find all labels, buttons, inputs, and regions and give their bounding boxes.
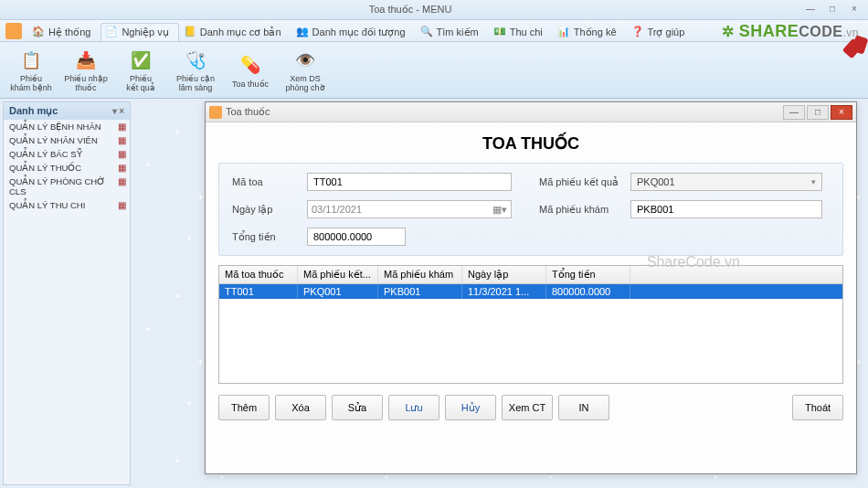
phieu-nhap-thuoc-button[interactable]: 📥Phiếu nhậpthuốc (60, 45, 111, 95)
input-ngaylap[interactable]: 03/11/2021▦▾ (307, 200, 512, 218)
xem-ds-phong-cho-icon: 👁️ (292, 48, 318, 72)
ribbon-tab-6[interactable]: 📊Thống kê (553, 23, 627, 41)
sidebar-item-0[interactable]: QUẢN LÝ BỆNH NHÂN▦ (4, 120, 130, 133)
in-button[interactable]: IN (558, 395, 609, 420)
grid-row-selected[interactable]: TT001 PKQ001 PKB001 11/3/2021 1... 80000… (219, 284, 842, 299)
toa-thuoc-icon: 💊 (238, 52, 263, 78)
sua-button[interactable]: Sửa (332, 395, 383, 420)
thoat-button[interactable]: Thoát (792, 395, 843, 420)
xoa-button[interactable]: Xóa (275, 395, 326, 420)
sidebar-item-1[interactable]: QUẢN LÝ NHÂN VIÊN▦ (4, 133, 130, 147)
sidebar-pin-icon[interactable]: ▾ (112, 106, 117, 116)
sidebar-item-icon: ▦ (118, 176, 126, 196)
child-minimize-button[interactable]: — (783, 105, 805, 120)
luu-button[interactable]: Lưu (388, 395, 439, 420)
sidebar-item-icon: ▦ (118, 135, 126, 145)
phieu-kham-benh-icon: 📋 (18, 48, 44, 72)
label-mapkq: Mã phiếu kết quả (539, 176, 630, 188)
sidebar-item-5[interactable]: QUẢN LÝ THU CHI▦ (4, 198, 130, 212)
input-matoa[interactable] (307, 173, 512, 191)
sidebar-item-4[interactable]: QUẢN LÝ PHÒNG CHỜ CLS▦ (4, 175, 130, 198)
chevron-down-icon: ▾ (811, 177, 816, 186)
ribbon-body: 📋Phiếukhám bệnh📥Phiếu nhậpthuốc✅Phiếukết… (0, 42, 868, 99)
tab-icon: 💵 (493, 26, 506, 38)
sidebar-item-3[interactable]: QUẢN LÝ THUỐC▦ (4, 161, 130, 175)
huy-button[interactable]: Hủy (445, 395, 496, 420)
minimize-button[interactable]: — (802, 4, 819, 16)
child-titlebar: Toa thuốc — □ × (206, 102, 856, 122)
label-mapk: Mã phiếu khám (539, 204, 630, 216)
label-ngaylap: Ngày lập (232, 204, 307, 216)
sidebar-header: Danh mục ▾ × (4, 102, 130, 120)
sharecode-logo: ✲ SHARECODE.vn (722, 22, 859, 41)
ribbon-bow-icon (844, 37, 868, 64)
tab-icon: ❓ (631, 26, 644, 38)
ribbon-tab-3[interactable]: 👥Danh mục đối tượng (291, 23, 416, 41)
ribbon-tab-0[interactable]: 🏠Hệ thống (27, 23, 101, 41)
sidebar-item-icon: ▦ (118, 149, 126, 159)
ribbon-tab-5[interactable]: 💵Thu chi (489, 23, 553, 41)
sidebar-item-2[interactable]: QUẢN LÝ BÁC SỸ▦ (4, 147, 130, 161)
calendar-icon: ▦▾ (492, 204, 507, 216)
child-window-icon (209, 106, 222, 119)
button-bar: Thêm Xóa Sửa Lưu Hủy Xem CT IN Thoát (218, 395, 843, 420)
phieu-nhap-thuoc-icon: 📥 (73, 48, 99, 72)
phieu-ket-qua-icon: ✅ (128, 48, 153, 72)
app-icon (5, 23, 22, 39)
label-matoa: Mã toa (232, 176, 307, 187)
tab-icon: 📒 (184, 26, 196, 38)
tab-icon: 📊 (557, 26, 570, 38)
them-button[interactable]: Thêm (218, 395, 270, 420)
form-heading: TOA THUỐC (218, 133, 843, 154)
sidebar-item-icon: ▦ (118, 200, 126, 210)
child-window: Toa thuốc — □ × TOA THUỐC Mã toa Mã phiế… (205, 101, 857, 474)
form-panel: Mã toa Mã phiếu kết quả PKQ001▾ Ngày lập… (218, 163, 843, 256)
tab-icon: 👥 (296, 26, 309, 38)
label-tongtien: Tổng tiền (232, 231, 307, 243)
grid-header: Mã toa thuốc Mã phiếu kết... Mã phiếu kh… (219, 266, 842, 284)
phieu-ket-qua-button[interactable]: ✅Phiếukết quả (115, 45, 166, 95)
close-button[interactable]: × (846, 4, 863, 16)
xemct-button[interactable]: Xem CT (502, 395, 553, 420)
tab-icon: 🔍 (420, 26, 433, 38)
child-close-button[interactable]: × (831, 105, 852, 120)
window-title: Toa thuốc - MENU (18, 4, 802, 16)
maximize-button[interactable]: □ (824, 4, 841, 16)
child-maximize-button[interactable]: □ (807, 105, 829, 120)
sidebar-item-icon: ▦ (118, 163, 126, 173)
toa-thuoc-button[interactable]: 💊Toa thuốc (225, 45, 276, 95)
phieu-kham-benh-button[interactable]: 📋Phiếukhám bệnh (5, 45, 57, 95)
sidebar: Danh mục ▾ × QUẢN LÝ BỆNH NHÂN▦QUẢN LÝ N… (3, 101, 131, 485)
sidebar-item-icon: ▦ (118, 122, 126, 132)
tab-icon: 🏠 (32, 26, 45, 38)
ribbon-tab-4[interactable]: 🔍Tìm kiếm (416, 23, 489, 41)
ribbon-tab-2[interactable]: 📒Danh mục cơ bản (179, 23, 291, 41)
input-tongtien[interactable] (307, 228, 406, 246)
phieu-can-lam-sang-button[interactable]: 🩺Phiếu cậnlâm sàng (170, 45, 221, 95)
titlebar: Toa thuốc - MENU — □ × (0, 0, 868, 20)
phieu-can-lam-sang-icon: 🩺 (183, 48, 208, 72)
tab-icon: 📄 (105, 26, 118, 38)
ribbon-tab-1[interactable]: 📄Nghiệp vụ (101, 23, 178, 41)
sidebar-close-icon[interactable]: × (119, 106, 124, 116)
xem-ds-phong-cho-button[interactable]: 👁️Xem DSphòng chờ (280, 45, 331, 95)
data-grid[interactable]: Mã toa thuốc Mã phiếu kết... Mã phiếu kh… (218, 265, 843, 384)
dropdown-mapkq[interactable]: PKQ001▾ (630, 173, 822, 191)
ribbon-tabs: 🏠Hệ thống📄Nghiệp vụ📒Danh mục cơ bản👥Danh… (0, 20, 868, 42)
input-mapk[interactable] (630, 200, 822, 218)
ribbon-tab-7[interactable]: ❓Trợ giúp (627, 23, 695, 41)
